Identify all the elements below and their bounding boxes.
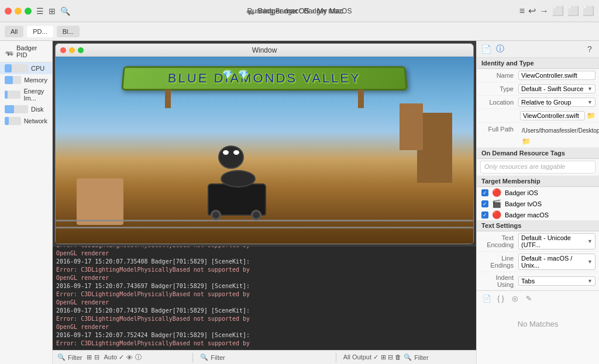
line-endings-dropdown[interactable]: Default - macOS / Unix... ▼ [518, 254, 595, 270]
name-field[interactable]: ViewController.swift [518, 71, 595, 80]
sidebar-header: 🦡 Badger PID [0, 41, 52, 63]
text-encoding-row: Text Encoding Default - Unicode (UTF... … [477, 231, 599, 252]
sidebar-item-memory[interactable]: Memory [0, 74, 52, 86]
filter-icon-right: 🔍 [404, 353, 412, 361]
target-macos[interactable]: ✓ 🔴 Badger macOS [477, 209, 599, 220]
indent-arrow: ▼ [587, 278, 593, 284]
game-min[interactable] [69, 47, 75, 53]
console-line: 2016-09-17 15:20:07.743697 Badger[701:58… [56, 282, 473, 290]
network-chart [5, 117, 21, 125]
view-icons-right[interactable]: ⊞ ⊟ 🗑 [381, 353, 401, 361]
close-button[interactable] [5, 8, 12, 15]
grid-icon[interactable]: ⊞ [49, 6, 56, 16]
macos-checkbox[interactable]: ✓ [481, 212, 488, 219]
game-window-titlebar: Window [56, 44, 473, 57]
indent-row: Indent Using Tabs ▼ [477, 272, 599, 290]
back-icon[interactable]: ↩ [528, 5, 536, 16]
tab-item-1[interactable]: All [5, 26, 23, 37]
network-label: Network [24, 117, 47, 124]
tvos-checkbox[interactable]: ✓ [481, 200, 488, 207]
bottom-bar: 🔍 Filter ⊞ ⊟ Auto ✓ 👁 ⓘ 🔍 Filter All Out… [53, 350, 476, 364]
eye-icon[interactable]: 👁 [126, 354, 133, 361]
sidebar-item-network[interactable]: Network [0, 115, 52, 127]
brace-icon[interactable]: { } [495, 293, 506, 304]
location-label: Location [480, 99, 518, 106]
divider1 [192, 353, 193, 362]
auto-label[interactable]: Auto ✓ [104, 353, 125, 361]
output-label[interactable]: All Output ✓ [343, 353, 378, 361]
fullpath-reveal-icon[interactable]: 📁 [518, 137, 531, 145]
type-dropdown-arrow: ▼ [587, 86, 593, 92]
target-ios[interactable]: ✓ 🔴 Badger iOS [477, 187, 599, 198]
console-line: 2016-09-17 15:20:07.743743 Badger[701:58… [56, 307, 473, 315]
disk-chart [5, 105, 28, 113]
edit-icon[interactable]: ✎ [524, 293, 534, 304]
game-close[interactable] [60, 47, 66, 53]
file-small-icon[interactable]: 📄 [481, 293, 492, 304]
right-filter-label: Filter [414, 354, 428, 361]
forward-icon[interactable]: → [539, 6, 549, 16]
layout-icon[interactable]: ⬜ [583, 5, 594, 16]
line-endings-arrow: ▼ [587, 259, 593, 265]
game-window-title: Window [252, 46, 277, 54]
macos-label: Badger macOS [505, 212, 549, 219]
left-bottom-section: 🔍 Filter ⊞ ⊟ Auto ✓ 👁 ⓘ [57, 353, 185, 362]
filter-icon-left: 🔍 [57, 353, 66, 361]
section-text-settings-header: Text Settings [477, 220, 599, 231]
inspector-icon[interactable]: ⓘ [494, 43, 506, 55]
console-area[interactable]: 13508 Badger[701:5829] [SceneKit]lPhysic… [53, 247, 476, 350]
ios-label: Badger iOS [505, 189, 538, 196]
game-max[interactable] [78, 47, 84, 53]
tvos-label: Badger tvOS [505, 200, 542, 207]
ios-checkbox[interactable]: ✓ [481, 189, 488, 196]
target-tvos[interactable]: ✓ 🎬 Badger tvOS [477, 198, 599, 209]
energy-chart [5, 91, 20, 99]
inspector-icon[interactable]: ⬜ [567, 5, 579, 16]
hamburger-icon[interactable]: ☰ [36, 6, 44, 16]
console-line: OpenGL renderer [56, 249, 473, 258]
cpu-chart [5, 64, 28, 72]
filename-field[interactable]: ViewController.swift [520, 111, 585, 120]
indent-dropdown[interactable]: Tabs ▼ [518, 276, 595, 286]
view-mode-icons[interactable]: ⊞ ⊟ [87, 353, 99, 361]
lines-icon[interactable]: ≡ [519, 6, 525, 16]
help-icon[interactable]: ? [584, 43, 595, 55]
console-line: Error: C3DLightingModelPhysicallyBased n… [56, 339, 473, 348]
tags-field[interactable]: Only resources are taggable [480, 161, 595, 174]
tab-item-2[interactable]: PD... [27, 26, 53, 37]
section-identity-header: Identity and Type [477, 58, 599, 69]
console-line: OpenGL renderer [56, 299, 473, 307]
sidebar-item-cpu[interactable]: CPU [0, 63, 52, 74]
reveal-icon[interactable]: 📁 [587, 112, 595, 120]
location-dropdown[interactable]: Relative to Group ▼ [518, 98, 595, 107]
maximize-button[interactable] [25, 8, 32, 15]
memory-chart [5, 76, 21, 84]
energy-label: Energy Im... [23, 88, 47, 102]
panel-bottom-icons: 📄 { } ◎ ✎ [477, 290, 599, 306]
no-matches-area: No Matches [477, 306, 599, 341]
name-label: Name [480, 72, 518, 79]
tvos-icon: 🎬 [492, 199, 501, 208]
type-dropdown[interactable]: Default - Swift Source ▼ [518, 84, 595, 93]
console-line: Error: C3DLightingModelPhysicallyBased n… [56, 290, 473, 299]
file-icon[interactable]: 📄 [480, 43, 492, 55]
console-line: OpenGL renderer [56, 323, 473, 331]
circle-icon[interactable]: ◎ [510, 293, 520, 304]
text-encoding-dropdown[interactable]: Default - Unicode (UTF... ▼ [518, 233, 595, 249]
type-row: Type Default - Swift Source ▼ [477, 82, 599, 96]
filter-icon-mid: 🔍 [200, 353, 208, 361]
info-icon[interactable]: ⓘ [135, 353, 142, 362]
sidebar: 🦡 Badger PID CPU Memory Energy Im... [0, 41, 53, 364]
sidebar-item-disk[interactable]: Disk [0, 103, 52, 115]
minimize-button[interactable] [15, 8, 22, 15]
split-view-icon[interactable]: ⬜ [552, 5, 564, 16]
location-row: Location Relative to Group ▼ [477, 96, 599, 109]
sidebar-item-energy[interactable]: Energy Im... [0, 86, 52, 103]
disk-label: Disk [31, 106, 43, 113]
game-window: Window BLUE DIAMONDS VALLEY 💎 💎 [55, 43, 474, 244]
name-row: Name ViewController.swift [477, 69, 599, 82]
search-icon[interactable]: 🔍 [60, 6, 70, 16]
fullpath-value: /Users/thomasfessler/Desktop/BadgerAdvan… [518, 124, 599, 145]
console-line: Error: C3DLightingModelPhysicallyBased n… [56, 315, 473, 323]
tab-item-3[interactable]: Bl... [57, 26, 80, 37]
